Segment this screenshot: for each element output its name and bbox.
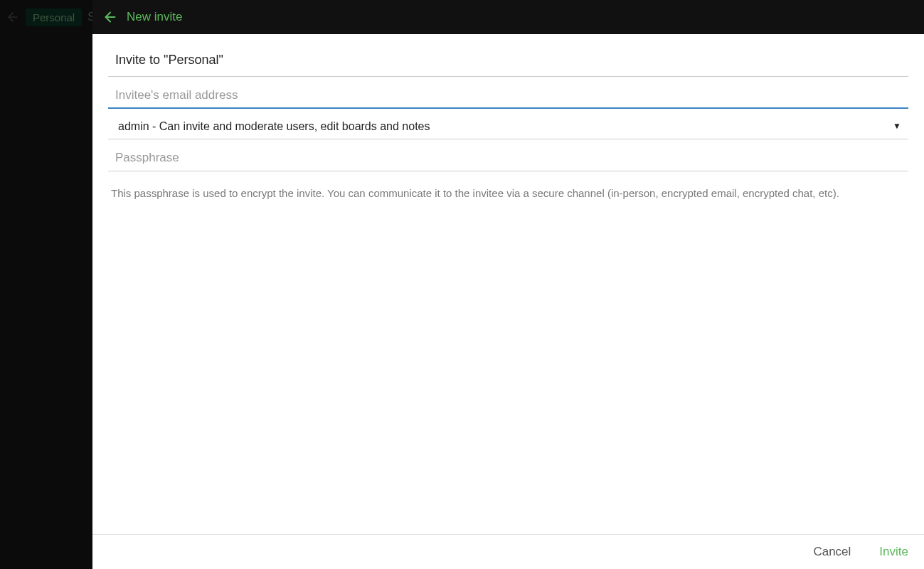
role-select[interactable]: admin - Can invite and moderate users, e…: [108, 113, 908, 139]
panel-body: Invite to "Personal" admin - Can invite …: [92, 34, 924, 534]
email-field-wrap: [108, 81, 908, 109]
invite-button[interactable]: Invite: [879, 545, 908, 559]
invitee-email-input[interactable]: [115, 88, 901, 102]
panel-footer: Cancel Invite: [92, 534, 924, 569]
cancel-button[interactable]: Cancel: [813, 545, 851, 559]
chevron-down-icon: ▼: [893, 121, 901, 131]
panel-title: New invite: [127, 10, 182, 24]
new-invite-panel: New invite Invite to "Personal" admin - …: [92, 0, 924, 569]
panel-header: New invite: [92, 0, 924, 34]
passphrase-help-text: This passphrase is used to encrypt the i…: [108, 176, 908, 201]
passphrase-field-wrap: [108, 144, 908, 171]
role-select-value: admin - Can invite and moderate users, e…: [118, 120, 430, 132]
panel-back-button[interactable]: [102, 9, 118, 25]
passphrase-input[interactable]: [115, 151, 901, 165]
form-heading: Invite to "Personal": [115, 53, 901, 68]
